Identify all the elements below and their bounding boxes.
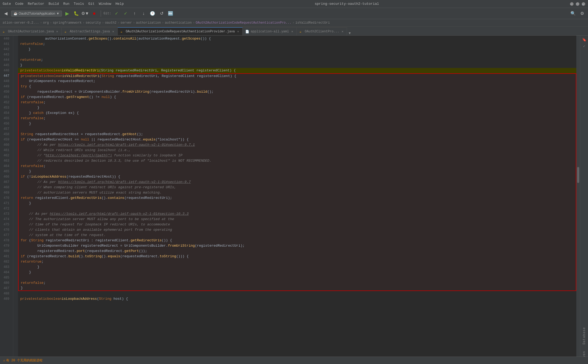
code-line[interactable]: // system at the time of the request. [18,233,576,238]
code-line[interactable]: authorizationConsent.getScopes().contain… [18,36,576,41]
gutter-cell[interactable] [13,275,18,280]
run-button[interactable]: ▶ [64,10,71,17]
code-line[interactable]: return false; [18,116,576,121]
breadcrumb-class[interactable]: OAuth2AuthorizationCodeRequestAuthentica… [196,21,291,25]
code-line[interactable]: if (registeredRedirect.build().toString(… [18,254,576,259]
scrollbar-track[interactable] [576,36,580,364]
menu-tools[interactable]: Tools [74,2,84,6]
gutter-cell[interactable] [13,52,18,57]
code-line[interactable]: // clients that obtain an available ephe… [18,227,576,233]
code-line[interactable]: for (String registeredRedirectUri : regi… [18,238,576,243]
gutter-cell[interactable] [13,158,18,163]
code-content[interactable]: authorizationConsent.getScopes().contain… [18,36,576,364]
menu-git[interactable]: Git [88,2,94,6]
code-line[interactable]: } [18,105,576,110]
gutter-cell[interactable] [13,243,18,248]
code-line[interactable]: requestedRedirect = UriComponentsBuilder… [18,89,576,95]
git-history-button[interactable]: 🕐 [149,10,156,17]
gutter-cell[interactable] [13,290,18,296]
gutter-cell[interactable] [13,200,18,205]
code-line[interactable]: return false; [18,100,576,105]
tab-oauth2clientpro[interactable]: ☕ OAuth2ClientPro... ✕ [297,27,347,35]
code-line[interactable] [18,291,576,296]
menu-refactor[interactable]: Refactor [28,2,44,6]
tab-oauth2authorization[interactable]: ☕ OAuth2Authorization.java ✕ [0,27,62,35]
gutter-cell[interactable] [13,99,18,105]
code-line[interactable]: // time of the request for loopback IP r… [18,222,576,227]
gutter-cell[interactable] [13,216,18,221]
code-line[interactable]: // As per https://tools.ietf.org/html/dr… [18,211,576,217]
code-line[interactable]: } [18,286,576,291]
gutter-cell[interactable] [13,248,18,253]
gutter-cell[interactable] [13,83,18,89]
gutter-cell[interactable] [13,179,18,184]
gutter-cell[interactable] [13,115,18,121]
code-line[interactable]: // redirects described in Section 10.3.3… [18,158,576,164]
tab-application-yaml[interactable]: 📄 application-all.yaml ✕ [243,27,297,35]
gutter-cell[interactable] [13,174,18,179]
gutter-cell[interactable] [13,163,18,168]
breadcrumb-root[interactable]: ation-server-0.2... [3,21,39,25]
breadcrumb-authorization[interactable]: authorization [136,21,161,25]
code-line[interactable]: if (!isLoopbackAddress(requestedRedirect… [18,174,576,179]
gutter-cell[interactable] [13,94,18,99]
code-line[interactable]: private static boolean isValidRedirectUr… [18,68,576,73]
breadcrumb-authentication[interactable]: authentication [165,21,192,25]
menu-code[interactable]: Code [15,2,23,6]
tab-abstractsettings[interactable]: ☕ AbstractSettings.java ✕ [62,27,118,35]
close-button[interactable]: ✕ [582,2,585,6]
git-commit-button[interactable]: ✓ [113,10,120,17]
gutter-cell[interactable] [13,105,18,110]
code-line[interactable]: } catch (Exception ex) { [18,110,576,116]
code-line[interactable]: // When comparing client redirect URIs a… [18,185,576,190]
code-line[interactable]: } [18,121,576,126]
code-line[interactable]: try { [18,84,576,89]
stop-button[interactable]: ■ [91,10,98,17]
gutter-cell[interactable] [13,36,18,41]
gutter-cell[interactable] [13,296,18,301]
gutter-cell[interactable] [13,264,18,269]
breadcrumb-springframework[interactable]: springframework [53,21,82,25]
code-line[interactable]: } [18,169,576,174]
gutter-cell[interactable] [13,253,18,259]
back-button[interactable]: ◀ [2,10,10,17]
gutter-cell[interactable] [13,142,18,147]
git-update-button[interactable]: ↑ [131,10,138,17]
gutter-cell[interactable] [13,131,18,136]
gutter-cell[interactable] [13,152,18,158]
code-line[interactable]: UriComponents requestedRedirect; [18,79,576,84]
code-line[interactable] [18,275,576,280]
code-line[interactable]: // authorization servers MUST utilize ex… [18,190,576,195]
breadcrumb-server[interactable]: server [120,21,132,25]
translate-button[interactable]: 🔤 [167,10,174,17]
breadcrumb-method[interactable]: isValidRedirectUri [295,21,330,25]
code-line[interactable]: if (requestedRedirect.getFragment() != n… [18,95,576,100]
code-line[interactable] [18,126,576,132]
gutter-cell[interactable] [13,190,18,195]
gutter-cell[interactable] [13,259,18,264]
code-line[interactable]: // While redirect URIs using localhost (… [18,148,576,153]
git-pull-button[interactable]: ↓ [140,10,147,17]
code-line[interactable]: return false; [18,164,576,169]
maximize-button[interactable]: □ [576,2,579,6]
gutter-cell[interactable] [13,73,18,78]
gutter-cell[interactable] [13,121,18,126]
tabs-overflow-button[interactable]: ▼ [347,31,352,35]
menu-build[interactable]: Build [49,2,59,6]
code-line[interactable]: // The authorization server MUST allow a… [18,217,576,222]
scrollbar-thumb[interactable] [577,167,579,183]
tab-close-button[interactable]: ✕ [56,29,59,33]
tab-close-button-5[interactable]: ✕ [341,29,344,33]
code-line[interactable]: return true; [18,259,576,264]
menu-run[interactable]: Run [63,2,69,6]
gutter-cell[interactable] [13,126,18,131]
gutter-cell[interactable] [13,211,18,216]
gutter-cell[interactable] [13,285,18,290]
gutter-cell[interactable] [13,147,18,152]
gutter-cell[interactable] [13,269,18,275]
code-line[interactable]: } [18,201,576,206]
code-line[interactable]: // As per https://tools.ietf.org/html/dr… [18,142,576,148]
gutter-cell[interactable] [13,227,18,232]
gutter-cell[interactable] [13,46,18,52]
gutter-cell[interactable] [13,232,18,237]
